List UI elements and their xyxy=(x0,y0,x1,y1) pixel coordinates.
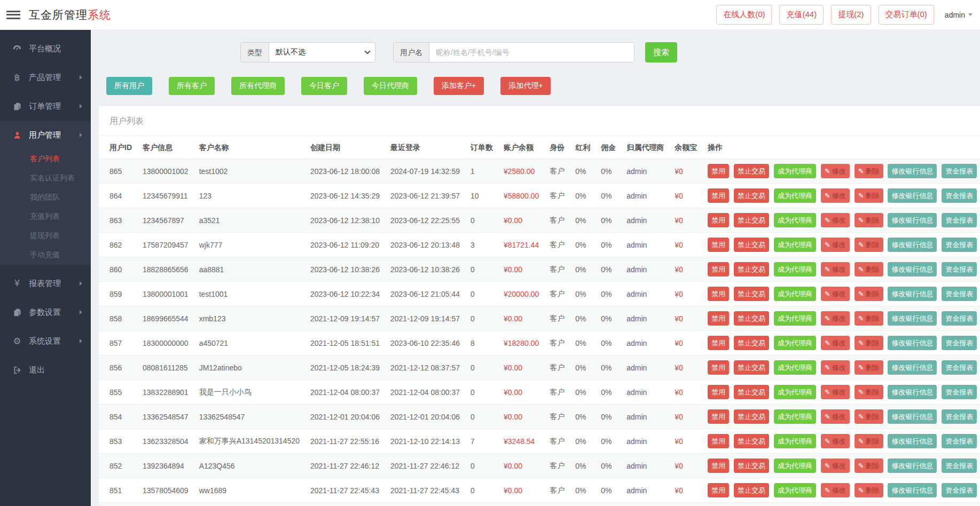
become-agent-button[interactable]: 成为代理商 xyxy=(774,213,816,227)
edit-button[interactable]: ✎修改 xyxy=(821,360,850,375)
edit-button[interactable]: ✎修改 xyxy=(821,385,850,399)
fund-report-button[interactable]: 资金报表 xyxy=(942,409,977,424)
forbid-trade-button[interactable]: 禁止交易 xyxy=(734,434,769,448)
all-users-button[interactable]: 所有用户 xyxy=(106,77,152,95)
edit-bank-info-button[interactable]: 修改银行信息 xyxy=(888,238,937,252)
edit-button[interactable]: ✎修改 xyxy=(821,164,850,178)
edit-bank-info-button[interactable]: 修改银行信息 xyxy=(888,336,937,350)
edit-button[interactable]: ✎修改 xyxy=(821,409,850,424)
fund-report-button[interactable]: 资金报表 xyxy=(942,458,977,473)
forbid-trade-button[interactable]: 禁止交易 xyxy=(734,483,769,497)
fund-report-button[interactable]: 资金报表 xyxy=(942,483,977,497)
disable-button[interactable]: 禁用 xyxy=(708,262,729,276)
delete-button[interactable]: ✎删除 xyxy=(854,360,883,375)
withdraw-button[interactable]: 提现(2) xyxy=(831,5,871,25)
disable-button[interactable]: 禁用 xyxy=(708,385,729,399)
disable-button[interactable]: 禁用 xyxy=(708,311,729,326)
sidebar-item-parameter-settings[interactable]: 参数设置 xyxy=(0,298,91,327)
become-agent-button[interactable]: 成为代理商 xyxy=(774,188,816,203)
edit-button[interactable]: ✎修改 xyxy=(821,188,850,203)
fund-report-button[interactable]: 资金报表 xyxy=(942,238,977,252)
sidebar-subitem-customer-list[interactable]: 客户列表 xyxy=(0,149,91,169)
fund-report-button[interactable]: 资金报表 xyxy=(942,336,977,350)
forbid-trade-button[interactable]: 禁止交易 xyxy=(734,458,769,473)
today-customers-button[interactable]: 今日客户 xyxy=(301,77,347,95)
search-button[interactable]: 搜索 xyxy=(645,42,677,62)
disable-button[interactable]: 禁用 xyxy=(708,458,729,473)
add-customer-button[interactable]: 添加客户+ xyxy=(434,77,484,95)
edit-bank-info-button[interactable]: 修改银行信息 xyxy=(888,311,937,326)
sidebar-item-platform-overview[interactable]: 平台概况 xyxy=(0,34,91,63)
become-agent-button[interactable]: 成为代理商 xyxy=(774,287,816,301)
edit-bank-info-button[interactable]: 修改银行信息 xyxy=(888,385,937,399)
fund-report-button[interactable]: 资金报表 xyxy=(942,262,977,276)
edit-button[interactable]: ✎修改 xyxy=(821,287,850,301)
trade-orders-button[interactable]: 交易订单(0) xyxy=(879,5,934,25)
forbid-trade-button[interactable]: 禁止交易 xyxy=(734,164,769,178)
delete-button[interactable]: ✎删除 xyxy=(854,311,883,326)
disable-button[interactable]: 禁用 xyxy=(708,483,729,497)
add-agent-button[interactable]: 添加代理+ xyxy=(500,77,551,95)
forbid-trade-button[interactable]: 禁止交易 xyxy=(734,336,769,350)
recharge-button[interactable]: 充值(44) xyxy=(779,5,824,25)
disable-button[interactable]: 禁用 xyxy=(708,409,729,424)
disable-button[interactable]: 禁用 xyxy=(708,287,729,301)
sidebar-subitem-withdraw-list[interactable]: 提现列表 xyxy=(0,226,91,246)
disable-button[interactable]: 禁用 xyxy=(708,238,729,252)
sidebar-item-order-management[interactable]: 订单管理 xyxy=(0,92,91,121)
edit-bank-info-button[interactable]: 修改银行信息 xyxy=(888,483,937,497)
forbid-trade-button[interactable]: 禁止交易 xyxy=(734,238,769,252)
edit-button[interactable]: ✎修改 xyxy=(821,262,850,276)
sidebar-subitem-recharge-list[interactable]: 充值列表 xyxy=(0,207,91,226)
disable-button[interactable]: 禁用 xyxy=(708,434,729,448)
disable-button[interactable]: 禁用 xyxy=(708,213,729,227)
menu-toggle-icon[interactable] xyxy=(6,10,20,20)
disable-button[interactable]: 禁用 xyxy=(708,360,729,375)
forbid-trade-button[interactable]: 禁止交易 xyxy=(734,188,769,203)
sidebar-subitem-manual-recharge[interactable]: 手动充值 xyxy=(0,246,91,265)
edit-bank-info-button[interactable]: 修改银行信息 xyxy=(888,262,937,276)
disable-button[interactable]: 禁用 xyxy=(708,336,729,350)
forbid-trade-button[interactable]: 禁止交易 xyxy=(734,311,769,326)
delete-button[interactable]: ✎删除 xyxy=(854,336,883,350)
all-agents-button[interactable]: 所有代理商 xyxy=(231,77,285,95)
edit-button[interactable]: ✎修改 xyxy=(821,336,850,350)
delete-button[interactable]: ✎删除 xyxy=(854,409,883,424)
username-input[interactable] xyxy=(429,43,634,62)
delete-button[interactable]: ✎删除 xyxy=(854,213,883,227)
edit-button[interactable]: ✎修改 xyxy=(821,213,850,227)
type-select[interactable]: 默认不选 xyxy=(269,43,375,62)
sidebar-item-report-management[interactable]: ¥ 报表管理 xyxy=(0,269,91,298)
delete-button[interactable]: ✎删除 xyxy=(854,164,883,178)
edit-button[interactable]: ✎修改 xyxy=(821,483,850,497)
forbid-trade-button[interactable]: 禁止交易 xyxy=(734,213,769,227)
delete-button[interactable]: ✎删除 xyxy=(854,238,883,252)
forbid-trade-button[interactable]: 禁止交易 xyxy=(734,262,769,276)
forbid-trade-button[interactable]: 禁止交易 xyxy=(734,360,769,375)
delete-button[interactable]: ✎删除 xyxy=(854,287,883,301)
sidebar-item-product-management[interactable]: ฿ 产品管理 xyxy=(0,63,91,92)
edit-bank-info-button[interactable]: 修改银行信息 xyxy=(888,188,937,203)
edit-button[interactable]: ✎修改 xyxy=(821,311,850,326)
sidebar-subitem-my-team[interactable]: 我的团队 xyxy=(0,188,91,207)
disable-button[interactable]: 禁用 xyxy=(708,164,729,178)
become-agent-button[interactable]: 成为代理商 xyxy=(774,360,816,375)
edit-bank-info-button[interactable]: 修改银行信息 xyxy=(888,409,937,424)
become-agent-button[interactable]: 成为代理商 xyxy=(774,458,816,473)
delete-button[interactable]: ✎删除 xyxy=(854,458,883,473)
become-agent-button[interactable]: 成为代理商 xyxy=(774,262,816,276)
fund-report-button[interactable]: 资金报表 xyxy=(942,287,977,301)
become-agent-button[interactable]: 成为代理商 xyxy=(774,409,816,424)
sidebar-item-system-settings[interactable]: ⚙ 系统设置 xyxy=(0,327,91,355)
delete-button[interactable]: ✎删除 xyxy=(854,434,883,448)
edit-bank-info-button[interactable]: 修改银行信息 xyxy=(888,434,937,448)
fund-report-button[interactable]: 资金报表 xyxy=(942,360,977,375)
fund-report-button[interactable]: 资金报表 xyxy=(942,385,977,399)
edit-bank-info-button[interactable]: 修改银行信息 xyxy=(888,458,937,473)
delete-button[interactable]: ✎删除 xyxy=(854,483,883,497)
become-agent-button[interactable]: 成为代理商 xyxy=(774,385,816,399)
become-agent-button[interactable]: 成为代理商 xyxy=(774,164,816,178)
online-users-button[interactable]: 在线人数(0) xyxy=(716,5,772,25)
edit-button[interactable]: ✎修改 xyxy=(821,238,850,252)
become-agent-button[interactable]: 成为代理商 xyxy=(774,311,816,326)
